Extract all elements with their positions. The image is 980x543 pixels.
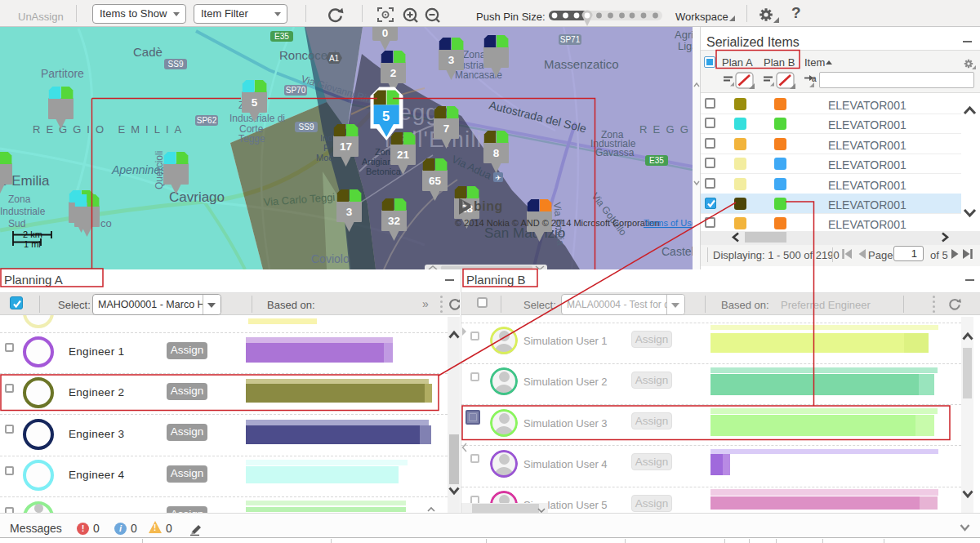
svg-text:7: 7 — [443, 122, 450, 135]
svg-text:SS9: SS9 — [168, 60, 184, 69]
svg-text:1 mi: 1 mi — [24, 239, 41, 249]
svg-text:Cadè: Cadè — [133, 45, 163, 59]
svg-text:SP70: SP70 — [286, 86, 306, 95]
svg-text:2: 2 — [390, 67, 397, 79]
svg-text:2 km: 2 km — [23, 229, 42, 239]
svg-text:Gavassa: Gavassa — [595, 147, 635, 158]
svg-text:R E G G: R E G G — [639, 123, 688, 136]
svg-text:Zona: Zona — [463, 49, 486, 60]
svg-text:Zona: Zona — [8, 194, 31, 205]
svg-text:Ligab: Ligab — [678, 40, 693, 52]
svg-text:5: 5 — [252, 96, 258, 109]
svg-text:21: 21 — [397, 149, 410, 161]
svg-text:P: P — [323, 143, 329, 153]
svg-text:Betonica: Betonica — [366, 167, 402, 176]
svg-text:Sud: Sud — [8, 218, 25, 229]
svg-text:0: 0 — [382, 27, 389, 39]
svg-text:E35: E35 — [274, 32, 289, 41]
svg-text:Tegge: Tegge — [238, 133, 265, 145]
svg-text:SP62: SP62 — [197, 116, 217, 125]
svg-text:✈: ✈ — [495, 174, 501, 182]
svg-text:Coviolo: Coviolo — [311, 252, 350, 265]
svg-text:3: 3 — [448, 54, 455, 66]
svg-text:A1: A1 — [329, 54, 340, 63]
svg-text:REGGIO EMILIA: REGGIO EMILIA — [33, 123, 187, 136]
svg-text:8: 8 — [493, 147, 500, 159]
svg-text:65: 65 — [429, 175, 442, 187]
svg-text:32: 32 — [388, 215, 400, 227]
svg-text:Cavriago: Cavriago — [169, 189, 225, 205]
svg-text:3: 3 — [346, 206, 353, 218]
svg-text:17: 17 — [340, 140, 352, 153]
svg-text:5: 5 — [382, 109, 390, 123]
svg-text:Moc: Moc — [316, 153, 333, 162]
svg-text:Massenzatico: Massenzatico — [544, 57, 619, 71]
svg-text:SS9: SS9 — [299, 122, 314, 131]
svg-text:Quercioli: Quercioli — [154, 151, 165, 189]
svg-text:bing: bing — [474, 199, 503, 213]
svg-text:Agric: Agric — [675, 29, 693, 41]
svg-text:a: a — [812, 74, 817, 83]
svg-text:SP71: SP71 — [560, 35, 581, 44]
svg-text:Castellaz: Castellaz — [662, 245, 693, 258]
svg-text:E35: E35 — [649, 156, 664, 165]
svg-text:Partitore: Partitore — [41, 67, 84, 80]
svg-text:Ind: Ind — [320, 133, 332, 143]
svg-text:Terms of Use: Terms of Use — [644, 218, 693, 228]
svg-text:co: co — [100, 217, 112, 229]
svg-text:Industriale: Industriale — [0, 206, 46, 217]
svg-text:© 2014 Nokia © AND © 2014 Micr: © 2014 Nokia © AND © 2014 Microsoft Corp… — [455, 218, 660, 228]
